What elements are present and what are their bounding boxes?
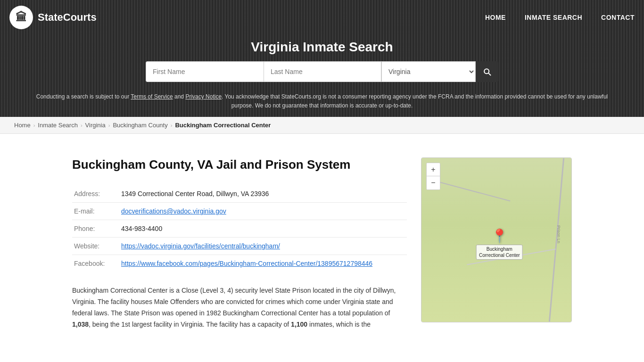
website-link[interactable]: https://vadoc.virginia.gov/facilities/ce… xyxy=(121,242,280,250)
map-container: + − Prison Ln 📍 BuckinghamCorrectional C… xyxy=(421,157,572,322)
map-visual: Prison Ln 📍 BuckinghamCorrectional Cente… xyxy=(421,158,571,322)
phone-label: Phone: xyxy=(72,220,119,238)
first-name-input[interactable] xyxy=(146,61,264,82)
header: 🏛 StateCourts HOME INMATE SEARCH CONTACT… xyxy=(0,0,644,117)
map-road-label: Prison Ln xyxy=(556,225,561,243)
breadcrumb-inmate-search[interactable]: Inmate Search xyxy=(38,122,78,129)
map-pin-icon: 📍 xyxy=(491,228,508,244)
last-name-input[interactable] xyxy=(264,61,381,82)
email-value: docverifications@vadoc.virginia.gov xyxy=(119,203,407,220)
nav-inmate-search[interactable]: INMATE SEARCH xyxy=(525,14,582,21)
page-title: Virginia Inmate Search xyxy=(0,35,644,61)
logo-icon: 🏛 xyxy=(9,6,33,29)
search-icon xyxy=(482,67,492,76)
state-select[interactable]: Select State Alabama Alaska Virginia xyxy=(381,61,476,82)
map-zoom-controls: + − xyxy=(426,163,440,190)
capacity-bold: 1,100 xyxy=(291,321,307,328)
table-row: Address: 1349 Correctional Center Road, … xyxy=(72,185,407,203)
nav-links: HOME INMATE SEARCH CONTACT xyxy=(485,14,635,21)
top-nav: 🏛 StateCourts HOME INMATE SEARCH CONTACT xyxy=(0,0,644,35)
search-bar: Select State Alabama Alaska Virginia xyxy=(0,61,644,89)
breadcrumb-sep-4: › xyxy=(171,123,173,128)
terms-link[interactable]: Terms of Service xyxy=(131,93,173,100)
privacy-link[interactable]: Privacy Notice xyxy=(185,93,222,100)
website-value: https://vadoc.virginia.gov/facilities/ce… xyxy=(119,238,407,255)
table-row: E-mail: docverifications@vadoc.virginia.… xyxy=(72,203,407,220)
facebook-link[interactable]: https://www.facebook.com/pages/Buckingha… xyxy=(121,260,372,267)
facility-info: Buckingham County, VA Jail and Prison Sy… xyxy=(72,157,407,330)
table-row: Phone: 434-983-4400 xyxy=(72,220,407,238)
map-pin-label: BuckinghamCorrectional Center xyxy=(476,245,523,260)
facebook-value: https://www.facebook.com/pages/Buckingha… xyxy=(119,255,407,272)
breadcrumb: Home › Inmate Search › Virginia › Buckin… xyxy=(0,117,644,134)
main-content: Buckingham County, VA Jail and Prison Sy… xyxy=(39,134,605,362)
breadcrumb-buckingham-county[interactable]: Buckingham County xyxy=(113,122,167,129)
content-card: Buckingham County, VA Jail and Prison Sy… xyxy=(53,143,591,344)
header-content: 🏛 StateCourts HOME INMATE SEARCH CONTACT… xyxy=(0,0,644,117)
logo-text: StateCourts xyxy=(38,11,97,24)
nav-contact[interactable]: CONTACT xyxy=(601,14,635,21)
map-section: + − Prison Ln 📍 BuckinghamCorrectional C… xyxy=(421,157,572,330)
zoom-out-button[interactable]: − xyxy=(427,176,440,189)
email-link[interactable]: docverifications@vadoc.virginia.gov xyxy=(121,207,226,215)
breadcrumb-sep-1: › xyxy=(33,123,35,128)
address-value: 1349 Correctional Center Road, Dillwyn, … xyxy=(119,185,407,203)
table-row: Website: https://vadoc.virginia.gov/faci… xyxy=(72,238,407,255)
search-button[interactable] xyxy=(476,61,498,82)
breadcrumb-virginia[interactable]: Virginia xyxy=(85,122,106,129)
nav-home[interactable]: HOME xyxy=(485,14,506,21)
facebook-label: Facebook: xyxy=(72,255,119,272)
population-bold: 1,038 xyxy=(72,321,89,328)
table-row: Facebook: https://www.facebook.com/pages… xyxy=(72,255,407,272)
info-table: Address: 1349 Correctional Center Road, … xyxy=(72,185,407,272)
facility-title: Buckingham County, VA Jail and Prison Sy… xyxy=(72,157,407,172)
logo-link[interactable]: 🏛 StateCourts xyxy=(9,6,97,29)
zoom-in-button[interactable]: + xyxy=(427,163,440,176)
breadcrumb-home[interactable]: Home xyxy=(14,122,31,129)
phone-value: 434-983-4400 xyxy=(119,220,407,238)
facility-description: Buckingham Correctional Center is a Clos… xyxy=(72,285,407,330)
address-label: Address: xyxy=(72,185,119,203)
map-pin: 📍 BuckinghamCorrectional Center xyxy=(476,228,523,260)
breadcrumb-current: Buckingham Correctional Center xyxy=(175,122,271,129)
email-label: E-mail: xyxy=(72,203,119,220)
breadcrumb-sep-3: › xyxy=(108,123,110,128)
breadcrumb-sep-2: › xyxy=(81,123,83,128)
disclaimer: Conducting a search is subject to our Te… xyxy=(0,89,644,117)
website-label: Website: xyxy=(72,238,119,255)
